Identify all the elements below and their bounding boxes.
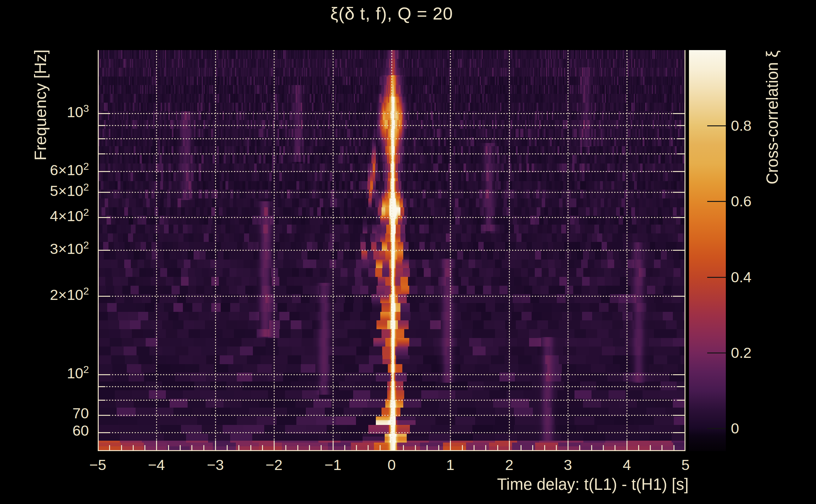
y-tick-mantissa: 70: [72, 405, 89, 421]
x-tick-label: −1: [311, 456, 355, 473]
plot-title: ξ(δ t, f), Q = 20: [98, 3, 686, 24]
y-tick-pad: [89, 208, 93, 224]
y-tick-pad: [89, 162, 93, 178]
y-tick-label: 102: [0, 364, 93, 382]
y-tick-exponent: 2: [83, 239, 89, 251]
y-tick-pad: [89, 104, 93, 120]
y-tick-label: 70: [0, 404, 93, 422]
y-tick-label: 6×102: [0, 161, 93, 179]
y-tick-label: 5×102: [0, 181, 93, 199]
y-tick-mantissa: 6×10: [50, 162, 83, 178]
y-tick-label: 103: [0, 103, 93, 121]
y-tick-pad: [89, 182, 93, 199]
colorbar-gradient: [689, 50, 726, 451]
y-tick-exponent: 2: [83, 285, 89, 297]
x-tick-label: 3: [546, 456, 590, 473]
colorbar-tick-label: 0.2: [731, 344, 788, 361]
y-tick-label: 3×102: [0, 239, 93, 257]
colorbar-tick-mark: [707, 352, 726, 353]
x-tick-label: −4: [134, 456, 178, 473]
y-tick-exponent: 2: [83, 181, 89, 193]
y-tick-pad: [89, 365, 93, 381]
x-tick-label: −5: [76, 456, 120, 473]
colorbar-tick-label: 0.4: [731, 268, 788, 286]
y-tick-label: 4×102: [0, 207, 93, 225]
colorbar-tick-mark: [707, 125, 726, 126]
y-tick-mantissa: 3×10: [50, 240, 83, 257]
heatmap-canvas: [98, 50, 686, 451]
y-tick-exponent: 3: [83, 103, 89, 114]
y-tick-label: 60: [0, 422, 93, 439]
y-tick-mantissa: 4×10: [50, 208, 83, 224]
x-tick-label: 4: [605, 456, 649, 473]
y-tick-exponent: 2: [83, 207, 89, 218]
colorbar-tick-label: 0.8: [731, 117, 788, 134]
y-tick-mantissa: 2×10: [50, 286, 83, 303]
y-tick-exponent: 2: [83, 364, 89, 375]
x-axis-title: Time delay: t(L1) - t(H1) [s]: [98, 475, 689, 494]
x-tick-label: 1: [428, 456, 472, 473]
y-tick-label: 2×102: [0, 285, 93, 303]
colorbar-tick-mark: [707, 277, 726, 278]
y-tick-mantissa: 10: [67, 365, 83, 381]
x-tick-label: 5: [664, 456, 708, 473]
x-tick-label: −3: [193, 456, 238, 473]
y-tick-pad: [89, 422, 93, 439]
y-tick-exponent: 2: [83, 161, 89, 172]
x-tick-label: 2: [487, 456, 531, 473]
colorbar-tick-mark: [707, 201, 726, 202]
x-tick-label: −2: [252, 456, 296, 473]
y-tick-mantissa: 10: [67, 104, 83, 120]
colorbar-tick-mark: [707, 428, 726, 429]
colorbar-tick-label: 0.6: [731, 192, 788, 210]
y-tick-pad: [89, 240, 93, 257]
y-tick-mantissa: 60: [72, 422, 89, 439]
figure: ξ(δ t, f), Q = 20 Frequency [Hz] Time de…: [0, 0, 816, 504]
colorbar-tick-label: 0: [731, 420, 788, 437]
y-tick-pad: [89, 405, 93, 421]
y-tick-pad: [89, 286, 93, 303]
y-tick-mantissa: 5×10: [50, 182, 83, 199]
x-tick-label: 0: [370, 456, 414, 473]
